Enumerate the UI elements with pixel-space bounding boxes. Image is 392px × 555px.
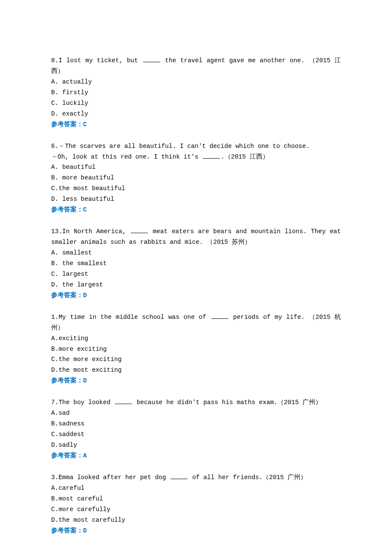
option-a: A.careful: [51, 483, 341, 494]
stem-before: .My time in the middle school was one of: [55, 314, 210, 321]
question-stem: 7.The boy looked because he didn't pass …: [51, 397, 341, 408]
question-block: 13.In North America, meat eaters are bea…: [51, 226, 341, 301]
question-number: 7: [51, 399, 55, 406]
question-stem: 6.－The scarves are all beautiful. I can'…: [51, 141, 341, 152]
option-a: A. smallest: [51, 248, 341, 258]
answer-prefix: 参考答案：: [51, 377, 83, 384]
stem-before: .Emma looked after her pet dog: [55, 474, 170, 481]
option-d: D.the most carefully: [51, 515, 341, 526]
question-stem: 13.In North America, meat eaters are bea…: [51, 226, 341, 248]
answer-line: 参考答案：A: [51, 451, 341, 461]
answer-line: 参考答案：C: [51, 205, 341, 215]
answer-prefix: 参考答案：: [51, 292, 83, 299]
option-a: A.sad: [51, 408, 341, 419]
question-number: 13: [51, 228, 58, 235]
question-number: 3: [51, 474, 55, 481]
question-block: 6.－The scarves are all beautiful. I can'…: [51, 141, 341, 216]
stem-before: .I lost my ticket, but: [55, 57, 142, 64]
stem-before: .－The scarves are all beautiful. I can't…: [55, 143, 310, 150]
option-d: D. less beautiful: [51, 194, 341, 205]
answer-line: 参考答案：D: [51, 376, 341, 386]
option-d: D.sadly: [51, 440, 341, 451]
stem-after: of all her friends.（2015 广州）: [188, 474, 307, 481]
option-b: B. firstly: [51, 87, 341, 98]
page-content: 8.I lost my ticket, but the travel agent…: [0, 0, 392, 555]
option-c: C. largest: [51, 269, 341, 280]
answer-line: 参考答案：D: [51, 290, 341, 301]
option-d: D.the most exciting: [51, 365, 341, 376]
answer-prefix: 参考答案：: [51, 527, 83, 534]
question-block: 8.I lost my ticket, but the travel agent…: [51, 55, 341, 130]
option-b: B. the smallest: [51, 258, 341, 269]
blank: [131, 227, 148, 233]
blank: [170, 473, 187, 479]
blank: [203, 152, 220, 158]
option-b: B.sadness: [51, 419, 341, 429]
option-a: A. beautiful: [51, 162, 341, 173]
option-b: B.more exciting: [51, 344, 341, 355]
question-number: 1: [51, 314, 55, 321]
question-number: 6: [51, 143, 55, 150]
option-c: C.more carefully: [51, 504, 341, 515]
answer-value: D: [83, 292, 87, 299]
option-c: C.the more exciting: [51, 354, 341, 365]
answer-line: 参考答案：C: [51, 119, 341, 130]
blank: [211, 313, 228, 319]
answer-value: D: [83, 527, 87, 534]
stem-before: .In North America,: [58, 228, 130, 235]
answer-value: D: [83, 377, 87, 384]
stem-before: .The boy looked: [55, 399, 114, 406]
answer-value: C: [83, 206, 87, 213]
option-d: D. exactly: [51, 109, 341, 119]
question-stem: 1.My time in the middle school was one o…: [51, 312, 341, 333]
option-c: C.the most beautiful: [51, 183, 341, 194]
answer-prefix: 参考答案：: [51, 121, 83, 128]
answer-prefix: 参考答案：: [51, 452, 83, 459]
option-b: B.most careful: [51, 494, 341, 504]
stem-after: because he didn't pass his maths exam.（2…: [133, 399, 322, 406]
question-stem-line2: －Oh, look at this red one. I think it's …: [51, 152, 341, 162]
option-d: D. the largest: [51, 280, 341, 290]
option-b: B. more beautiful: [51, 173, 341, 183]
blank: [115, 398, 132, 404]
blank: [143, 56, 160, 62]
answer-line: 参考答案：D: [51, 526, 341, 536]
question-block: 3.Emma looked after her pet dog of all h…: [51, 472, 341, 536]
question-block: 7.The boy looked because he didn't pass …: [51, 397, 341, 461]
stem-line2-after: .（2015 江西）: [221, 153, 268, 160]
answer-prefix: 参考答案：: [51, 206, 83, 213]
stem-line2-before: －Oh, look at this red one. I think it's: [51, 153, 202, 160]
question-stem: 3.Emma looked after her pet dog of all h…: [51, 472, 341, 483]
answer-value: A: [83, 452, 87, 459]
option-a: A. actually: [51, 77, 341, 87]
question-block: 1.My time in the middle school was one o…: [51, 312, 341, 387]
option-c: C.saddest: [51, 429, 341, 440]
answer-value: C: [83, 121, 87, 128]
option-c: C. luckily: [51, 98, 341, 109]
question-stem: 8.I lost my ticket, but the travel agent…: [51, 55, 341, 77]
question-number: 8: [51, 57, 55, 64]
option-a: A.exciting: [51, 333, 341, 344]
